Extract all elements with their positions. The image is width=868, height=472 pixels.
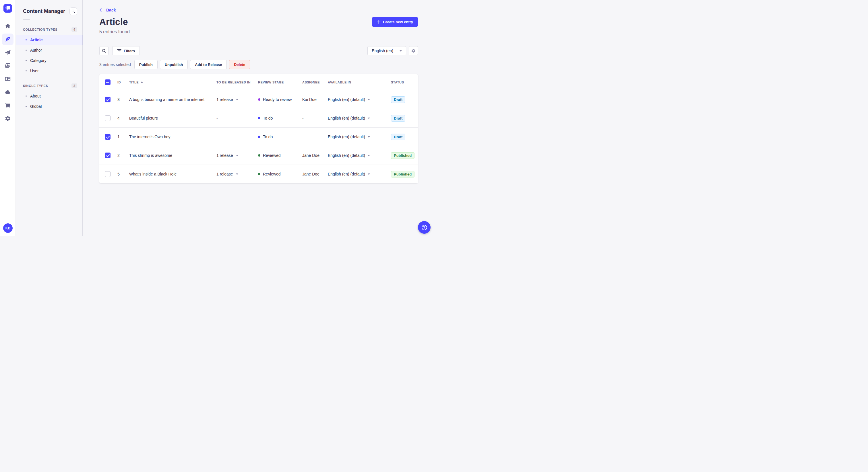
locale-select[interactable]: English (en) (367, 46, 406, 55)
column-header-available-in[interactable]: AVAILABLE IN (325, 80, 388, 84)
sidebar-item-global[interactable]: Global (16, 101, 82, 111)
table-row[interactable]: 1 The internet's Own boy - To do - Engli… (99, 127, 418, 146)
nav-icon-list (2, 20, 13, 124)
sidebar-item-label: Author (30, 48, 42, 53)
sidebar-item-article[interactable]: Article (16, 35, 82, 45)
sidebar-item-label: Category (30, 58, 46, 63)
stage-dot-icon (258, 117, 260, 119)
feather-content-icon[interactable] (2, 34, 13, 45)
title-cell: A bug is becoming a meme on the internet (126, 97, 214, 102)
section-label: SINGLE TYPES (23, 84, 48, 88)
sidebar-item-category[interactable]: Category (16, 55, 82, 66)
column-header-assignee[interactable]: ASSIGNEE (299, 80, 325, 84)
assignee-cell: - (299, 116, 325, 121)
release-dropdown[interactable]: 1 release (214, 97, 255, 102)
release-dropdown[interactable]: 1 release (214, 172, 255, 176)
status-badge: Published (391, 171, 414, 177)
shopping-cart-icon[interactable] (2, 100, 13, 111)
row-checkbox[interactable] (105, 153, 111, 158)
id-cell: 5 (114, 172, 126, 176)
column-header-title[interactable]: TITLE (126, 80, 214, 84)
avatar[interactable]: KD (3, 224, 12, 233)
plus-icon (377, 20, 381, 24)
status-badge: Draft (391, 115, 405, 122)
create-new-entry-button[interactable]: Create new entry (372, 17, 418, 27)
count-badge: 4 (71, 27, 77, 32)
single-types-section: SINGLE TYPES 2 About Global (16, 82, 82, 111)
table-row[interactable]: 3 A bug is becoming a meme on the intern… (99, 90, 418, 109)
sort-asc-icon (141, 81, 143, 83)
chevron-down-icon (236, 155, 238, 156)
home-icon[interactable] (2, 20, 13, 32)
row-checkbox[interactable] (105, 97, 111, 102)
strapi-logo-icon (3, 4, 12, 12)
locale-dropdown[interactable]: English (en) (default) (325, 97, 388, 102)
gear-icon[interactable] (2, 113, 13, 124)
locale-dropdown[interactable]: English (en) (default) (325, 134, 388, 139)
paper-plane-icon[interactable] (2, 47, 13, 58)
id-cell: 3 (114, 97, 126, 102)
row-checkbox[interactable] (105, 115, 111, 121)
review-stage-cell: Ready to review (255, 97, 299, 102)
table-row[interactable]: 5 What's inside a Black Hole 1 release R… (99, 165, 418, 183)
bullet-icon (26, 70, 27, 71)
table-row[interactable]: 2 This shrimp is awesome 1 release Revie… (99, 146, 418, 165)
search-icon[interactable] (99, 46, 108, 55)
count-badge: 2 (71, 83, 77, 88)
release-dropdown[interactable]: 1 release (214, 153, 255, 158)
filter-icon (117, 49, 121, 53)
search-icon[interactable] (69, 7, 77, 15)
column-header-review-stage[interactable]: REVIEW STAGE (255, 80, 299, 84)
status-badge: Published (391, 152, 414, 159)
page-title: Article (99, 16, 128, 27)
select-all-checkbox[interactable] (105, 79, 111, 85)
bullet-icon (26, 96, 27, 97)
sidebar-item-about[interactable]: About (16, 91, 82, 101)
id-cell: 2 (114, 153, 126, 158)
row-checkbox[interactable] (105, 171, 111, 177)
media-images-icon[interactable] (2, 60, 13, 71)
review-stage-cell: Reviewed (255, 172, 299, 176)
sidebar-item-author[interactable]: Author (16, 45, 82, 55)
column-header-status[interactable]: STATUS (388, 80, 418, 84)
chevron-down-icon (368, 173, 370, 175)
status-badge: Draft (391, 134, 405, 140)
title-cell: Beautiful picture (126, 116, 214, 121)
sidebar-item-label: Global (30, 104, 42, 109)
row-checkbox[interactable] (105, 134, 111, 140)
entries-count-subtitle: 5 entries found (99, 29, 418, 34)
sidebar-item-label: User (30, 69, 39, 73)
bullet-icon (26, 49, 27, 51)
chevron-down-icon (236, 173, 238, 175)
locale-dropdown[interactable]: English (en) (default) (325, 153, 388, 158)
release-cell: - (214, 134, 255, 139)
locale-dropdown[interactable]: English (en) (default) (325, 116, 388, 121)
strapi-logo[interactable] (3, 4, 12, 12)
cloud-icon[interactable] (2, 86, 13, 98)
table-header-row: ID TITLE TO BE RELEASED IN REVIEW STAGE … (99, 74, 418, 90)
back-link[interactable]: Back (99, 8, 116, 12)
bullet-icon (26, 60, 27, 61)
locale-dropdown[interactable]: English (en) (default) (325, 172, 388, 176)
stage-dot-icon (258, 98, 260, 101)
view-settings-button[interactable] (409, 46, 418, 55)
table-row[interactable]: 4 Beautiful picture - To do - English (e… (99, 109, 418, 127)
divider (23, 19, 30, 20)
delete-button[interactable]: Delete (229, 60, 250, 69)
chevron-down-icon (368, 136, 370, 138)
chevron-down-icon (368, 117, 370, 119)
chevron-down-icon (400, 50, 402, 52)
publish-button[interactable]: Publish (134, 60, 158, 69)
sidebar-item-user[interactable]: User (16, 66, 82, 76)
stage-dot-icon (258, 173, 260, 175)
content-manager-subnav: Content Manager COLLECTION TYPES 4 Artic… (16, 0, 83, 236)
release-cell: - (214, 116, 255, 121)
unpublish-button[interactable]: Unpublish (160, 60, 188, 69)
column-header-id[interactable]: ID (114, 80, 126, 84)
add-to-release-button[interactable]: Add to Release (190, 60, 227, 69)
column-header-to-be-released-in[interactable]: TO BE RELEASED IN (214, 80, 255, 84)
help-button[interactable]: ? (418, 221, 431, 234)
layout-icon[interactable] (2, 73, 13, 85)
selection-count-text: 3 entries selected (99, 62, 131, 67)
filters-button[interactable]: Filters (112, 46, 140, 55)
